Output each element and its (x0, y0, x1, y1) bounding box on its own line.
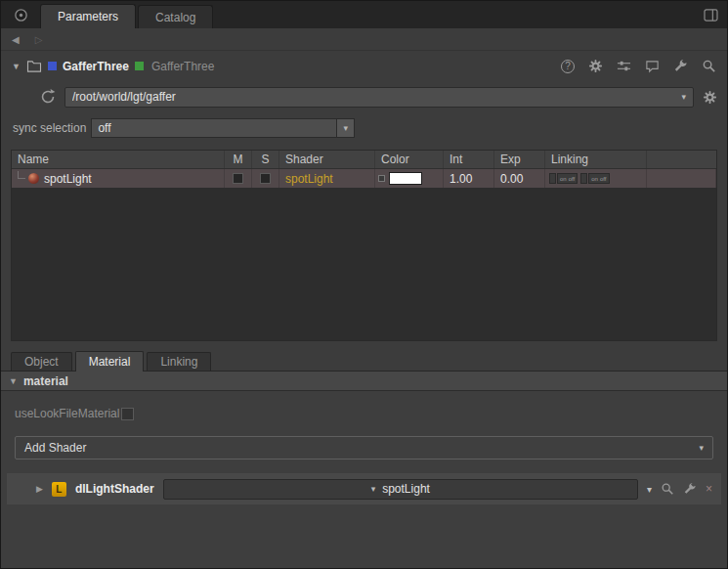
shader-row-dropdown-icon[interactable]: ▾ (647, 484, 652, 495)
tab-linking[interactable]: Linking (147, 352, 211, 371)
scene-path-value: /root/world/lgt/gaffer (72, 90, 681, 104)
header-icon-group: ? (561, 59, 716, 73)
wrench-icon[interactable] (673, 59, 688, 73)
tab-parameters-label: Parameters (58, 10, 118, 23)
help-icon[interactable]: ? (561, 60, 575, 73)
column-header-solo[interactable]: S (252, 151, 279, 168)
tab-material-label: Material (89, 355, 131, 369)
add-shader-label: Add Shader (24, 441, 86, 455)
table-row[interactable]: spotLight spotLight 1.00 0.00 (12, 169, 716, 188)
linking-off-label: off (600, 176, 607, 182)
light-shader-row: ▶ L dlLightShader ▾ spotLight ▾ × (7, 473, 721, 504)
shader-select-field[interactable]: ▾ spotLight (163, 479, 638, 500)
collapse-node-icon[interactable]: ▼ (12, 62, 21, 71)
use-look-file-checkbox[interactable] (121, 408, 134, 420)
linking-onoff-toggle[interactable]: on off (557, 173, 578, 184)
light-name-cell[interactable]: spotLight (12, 169, 225, 188)
sync-selection-value: off (92, 121, 336, 135)
linking-clear-button[interactable] (549, 173, 556, 184)
linking-toggle-group: on off (549, 173, 578, 184)
comment-icon[interactable] (645, 59, 660, 73)
material-panel: ▼ material useLookFileMaterial Add Shade… (1, 371, 727, 568)
tab-catalog-label: Catalog (155, 11, 195, 24)
column-header-int[interactable]: Int (444, 151, 494, 168)
close-icon[interactable]: × (706, 483, 712, 495)
use-look-file-row: useLookFileMaterial (15, 407, 727, 420)
sync-selection-label: sync selection (13, 121, 86, 135)
tree-branch (18, 171, 25, 179)
path-dropdown-icon[interactable]: ▾ (681, 92, 686, 102)
scene-path-field[interactable]: /root/world/lgt/gaffer ▾ (64, 87, 694, 108)
pane-layout-icon[interactable] (704, 9, 718, 22)
node-type-label: GafferThree (151, 60, 214, 73)
color-cell (375, 169, 444, 188)
light-shader-badge-icon: L (52, 482, 66, 497)
tab-object-label: Object (24, 355, 59, 369)
folder-icon (26, 60, 42, 72)
shader-name: spotLight (285, 172, 333, 186)
spot-light-icon (28, 173, 39, 184)
node-state-badge (135, 62, 144, 70)
tab-parameters[interactable]: Parameters (40, 4, 136, 28)
collapse-material-icon[interactable]: ▼ (9, 376, 18, 386)
detail-tab-bar: Object Material Linking (1, 349, 727, 371)
column-header-mute[interactable]: M (225, 151, 252, 168)
add-shader-dropdown-icon: ▾ (699, 443, 704, 453)
refresh-icon[interactable] (40, 89, 56, 105)
tab-catalog[interactable]: Catalog (138, 5, 213, 28)
solo-checkbox[interactable] (260, 173, 271, 184)
solo-cell (252, 169, 279, 188)
chevron-down-icon: ▾ (344, 123, 349, 133)
node-header: ▼ GafferThree GafferThree ? (1, 51, 727, 81)
mute-checkbox[interactable] (233, 173, 243, 184)
shader-search-icon[interactable] (661, 482, 674, 496)
tab-linking-label: Linking (160, 355, 197, 369)
nav-forward-icon[interactable]: ▷ (35, 34, 43, 45)
gear-icon[interactable] (588, 59, 603, 73)
column-header-shader[interactable]: Shader (279, 151, 375, 168)
shader-field-dropdown-icon: ▾ (371, 484, 376, 494)
expand-shader-icon[interactable]: ▶ (36, 484, 43, 494)
panel-splitter[interactable] (1, 341, 727, 349)
color-enable-checkbox[interactable] (378, 175, 385, 182)
linking-on-label: on (591, 176, 598, 182)
linking-on-label: on (560, 176, 567, 182)
light-shader-label: dlLightShader (75, 482, 154, 496)
table-header: Name M S Shader Color Int Exp Linking (12, 151, 716, 169)
sync-selection-dropdown[interactable]: off ▾ (91, 118, 355, 138)
tab-material[interactable]: Material (75, 351, 145, 372)
sync-dropdown-button[interactable]: ▾ (336, 119, 354, 137)
row-filler (647, 169, 716, 188)
material-section-title: material (23, 374, 68, 388)
gaffer-light-table: Name M S Shader Color Int Exp Linking sp… (11, 150, 717, 341)
shader-cell[interactable]: spotLight (279, 169, 375, 188)
scene-path-row: /root/world/lgt/gaffer ▾ (1, 81, 727, 112)
history-nav: ◀ ▷ (1, 28, 727, 51)
linking-toggle-group: on off (580, 173, 609, 184)
path-gear-icon[interactable] (703, 90, 717, 105)
panel-menu-icon[interactable] (1, 1, 40, 28)
target-circle-icon (14, 8, 28, 22)
use-look-file-label: useLookFileMaterial (15, 407, 119, 420)
color-swatch[interactable] (389, 172, 422, 185)
intensity-cell[interactable]: 1.00 (444, 169, 494, 188)
linking-onoff-toggle[interactable]: on off (588, 173, 609, 184)
sliders-icon[interactable] (617, 59, 631, 73)
linking-clear-button[interactable] (580, 173, 587, 184)
column-header-name[interactable]: Name (12, 151, 225, 168)
panel-tab-bar: Parameters Catalog (1, 1, 727, 28)
node-name: GafferThree (63, 60, 129, 73)
material-section-header[interactable]: ▼ material (1, 372, 727, 391)
add-shader-dropdown[interactable]: Add Shader ▾ (15, 436, 713, 460)
tab-object[interactable]: Object (11, 352, 72, 371)
linking-cell: on off on off (545, 169, 647, 188)
exposure-value: 0.00 (500, 172, 523, 186)
intensity-value: 1.00 (450, 172, 472, 186)
exposure-cell[interactable]: 0.00 (494, 169, 545, 188)
shader-wrench-icon[interactable] (683, 482, 697, 496)
column-header-linking[interactable]: Linking (545, 151, 647, 168)
search-icon[interactable] (702, 59, 716, 73)
column-header-color[interactable]: Color (375, 151, 444, 168)
column-header-exp[interactable]: Exp (494, 151, 545, 168)
nav-back-icon[interactable]: ◀ (12, 34, 20, 45)
